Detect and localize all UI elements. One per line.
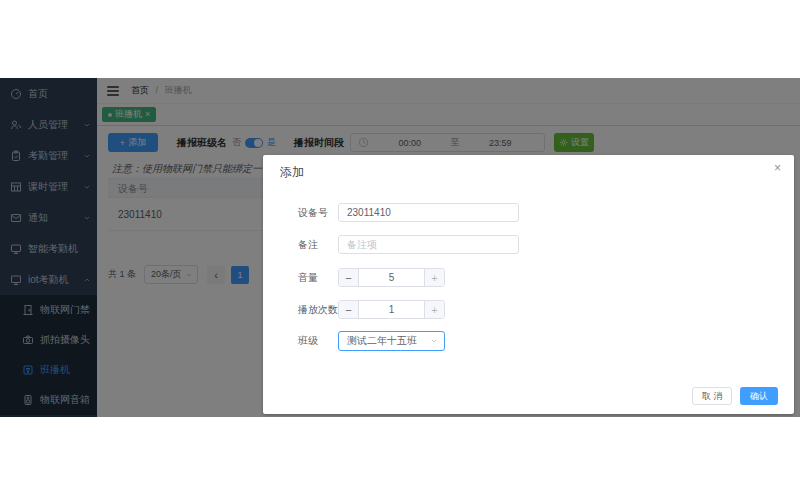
- volume-label: 音量: [298, 271, 338, 285]
- remark-input[interactable]: [338, 235, 519, 254]
- play-times-value[interactable]: 1: [359, 301, 424, 318]
- class-select[interactable]: 测试二年十五班: [338, 331, 445, 351]
- volume-decrease-button[interactable]: −: [339, 269, 359, 286]
- chevron-down-icon: [430, 337, 438, 345]
- app-window: 首页 人员管理 考勤管理 课时管理 通知 智能考勤机 iot考勤机: [0, 78, 800, 417]
- play-times-stepper: − 1 +: [338, 300, 445, 319]
- dialog-title: 添加: [280, 164, 304, 181]
- volume-row: 音量 − 5 +: [298, 268, 445, 287]
- class-select-value: 测试二年十五班: [347, 334, 417, 348]
- play-times-increase-button[interactable]: +: [424, 301, 444, 318]
- play-times-decrease-button[interactable]: −: [339, 301, 359, 318]
- add-dialog: 添加 × 设备号 备注 音量 − 5 + 播放次数 − 1 +: [263, 155, 794, 414]
- dialog-footer: 取 消 确认: [692, 387, 778, 405]
- remark-row: 备注: [298, 235, 519, 254]
- volume-increase-button[interactable]: +: [424, 269, 444, 286]
- play-times-row: 播放次数 − 1 +: [298, 300, 445, 319]
- class-label: 班级: [298, 334, 338, 348]
- play-times-label: 播放次数: [298, 303, 338, 317]
- class-row: 班级 测试二年十五班: [298, 331, 445, 351]
- device-number-input[interactable]: [338, 203, 519, 222]
- device-number-row: 设备号: [298, 203, 519, 222]
- remark-label: 备注: [298, 238, 338, 252]
- dialog-close-icon[interactable]: ×: [774, 162, 781, 174]
- cancel-button[interactable]: 取 消: [692, 387, 732, 405]
- device-number-label: 设备号: [298, 206, 338, 220]
- volume-stepper: − 5 +: [338, 268, 445, 287]
- volume-value[interactable]: 5: [359, 269, 424, 286]
- confirm-button[interactable]: 确认: [740, 387, 778, 405]
